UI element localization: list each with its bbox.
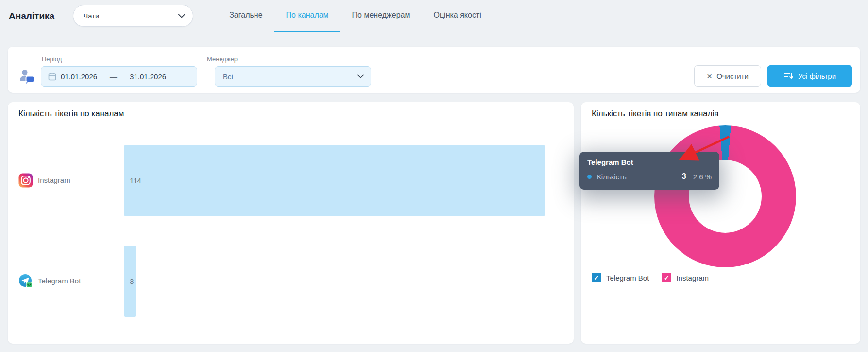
filter-actions: × Очистити Усі фільтри (694, 65, 852, 87)
period-filter: Період 01.01.2026 — 31.01.2026 (41, 55, 197, 87)
chart-tooltip: Telegram Bot Кількість 3 2.6 % (579, 152, 719, 190)
tooltip-title: Telegram Bot (587, 158, 712, 166)
bar-value-label: 114 (130, 176, 141, 185)
date-to-value: 31.01.2026 (130, 72, 166, 81)
chevron-down-icon (178, 14, 185, 18)
filter-bar: Період 01.01.2026 — 31.01.2026 Менеджер … (8, 47, 860, 93)
date-range-separator: — (110, 72, 117, 81)
checkbox-checked-icon[interactable] (592, 273, 601, 282)
section-select-value: Чати (83, 12, 178, 20)
calendar-icon (48, 72, 56, 81)
manager-select-value: Всі (223, 72, 357, 81)
tab-by-channels[interactable]: По каналам (274, 0, 340, 32)
telegram-bot-icon (18, 274, 33, 288)
tooltip-metric-label: Кількість (597, 173, 682, 181)
bar-instagram[interactable]: 114 (124, 145, 545, 216)
tab-quality-score[interactable]: Оцінка якості (422, 0, 493, 32)
date-from-value: 01.01.2026 (61, 72, 97, 81)
tab-by-managers[interactable]: По менеджерам (340, 0, 422, 32)
page-title: Аналітика (9, 11, 54, 21)
manager-select[interactable]: Всі (215, 66, 371, 87)
bar-telegram-bot[interactable]: 3 (124, 246, 136, 317)
donut-chart-title: Кількість тікетів по типам каналів (592, 109, 719, 119)
tooltip-row: Кількість 3 2.6 % (587, 172, 712, 181)
top-bar: Аналітика Чати Загальне По каналам По ме… (0, 0, 868, 32)
donut-chart-card: Кількість тікетів по типам каналів Teleg… (581, 102, 860, 344)
instagram-icon (18, 173, 33, 188)
donut-chart[interactable] (654, 125, 796, 267)
bar-category-label: Instagram (38, 176, 70, 184)
close-icon: × (707, 71, 712, 81)
legend-item-instagram[interactable]: Instagram (662, 273, 709, 282)
period-label: Період (42, 55, 197, 63)
all-filters-label: Усі фільтри (798, 72, 836, 80)
bar-category-label: Telegram Bot (38, 277, 81, 285)
filter-sort-icon (783, 71, 793, 80)
chart-legend: Telegram Bot Instagram (592, 273, 709, 282)
tooltip-percent: 2.6 % (693, 173, 712, 181)
chevron-down-icon (357, 74, 364, 78)
all-filters-button[interactable]: Усі фільтри (767, 65, 852, 87)
legend-label: Instagram (676, 274, 709, 282)
bar-chart-card: Кількість тікетів по каналам Instagram 1… (8, 102, 574, 344)
clear-filters-label: Очистити (716, 72, 749, 80)
section-select[interactable]: Чати (73, 5, 193, 27)
person-chat-icon (17, 66, 37, 87)
tab-general[interactable]: Загальне (218, 0, 274, 32)
checkbox-checked-icon[interactable] (662, 273, 671, 282)
manager-filter: Менеджер Всі (206, 55, 371, 87)
bar-chart-title: Кількість тікетів по каналам (18, 109, 124, 119)
analytics-page: Аналітика Чати Загальне По каналам По ме… (0, 0, 868, 352)
clear-filters-button[interactable]: × Очистити (694, 65, 761, 87)
legend-item-telegram-bot[interactable]: Telegram Bot (592, 273, 649, 282)
tooltip-value: 3 (682, 172, 686, 181)
tab-bar: Загальне По каналам По менеджерам Оцінка… (218, 0, 493, 32)
date-range-input[interactable]: 01.01.2026 — 31.01.2026 (41, 66, 197, 87)
series-dot-icon (587, 175, 592, 179)
bar-value-label: 3 (130, 277, 134, 285)
manager-label: Менеджер (207, 55, 371, 63)
legend-label: Telegram Bot (606, 274, 649, 282)
